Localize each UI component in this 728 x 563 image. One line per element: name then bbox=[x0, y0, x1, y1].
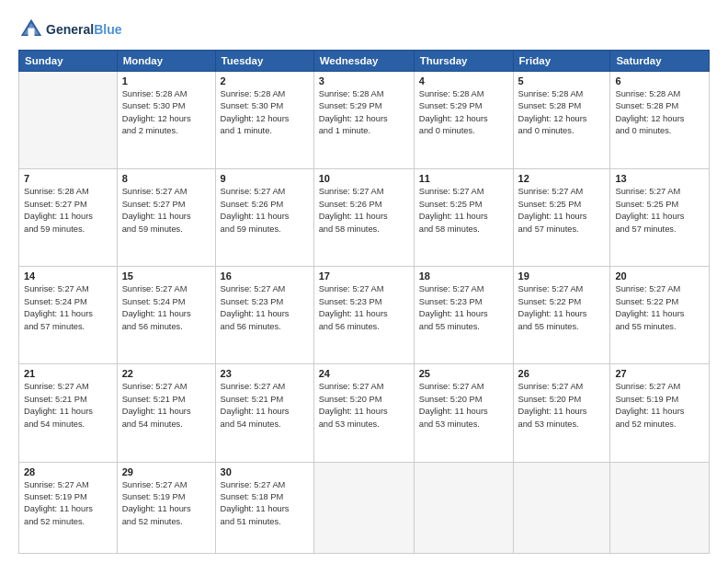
weekday-header-tuesday: Tuesday bbox=[215, 51, 313, 72]
weekday-header-row: SundayMondayTuesdayWednesdayThursdayFrid… bbox=[19, 51, 710, 72]
day-detail: Sunrise: 5:27 AM Sunset: 5:18 PM Dayligh… bbox=[221, 479, 309, 529]
weekday-header-monday: Monday bbox=[117, 51, 215, 72]
day-number: 13 bbox=[615, 173, 704, 184]
day-number: 21 bbox=[24, 368, 112, 379]
weekday-header-thursday: Thursday bbox=[414, 51, 513, 72]
day-detail: Sunrise: 5:27 AM Sunset: 5:24 PM Dayligh… bbox=[122, 283, 210, 333]
day-detail: Sunrise: 5:27 AM Sunset: 5:23 PM Dayligh… bbox=[221, 283, 309, 333]
day-number: 11 bbox=[419, 173, 508, 184]
day-detail: Sunrise: 5:27 AM Sunset: 5:19 PM Dayligh… bbox=[122, 479, 210, 529]
day-number: 10 bbox=[319, 173, 409, 184]
calendar-cell bbox=[610, 462, 710, 554]
calendar-cell: 20Sunrise: 5:27 AM Sunset: 5:22 PM Dayli… bbox=[610, 267, 710, 364]
day-number: 17 bbox=[319, 270, 409, 282]
day-detail: Sunrise: 5:27 AM Sunset: 5:19 PM Dayligh… bbox=[615, 381, 704, 431]
day-detail: Sunrise: 5:28 AM Sunset: 5:30 PM Dayligh… bbox=[122, 88, 210, 138]
calendar-week-row: 1Sunrise: 5:28 AM Sunset: 5:30 PM Daylig… bbox=[19, 72, 710, 169]
calendar-cell: 3Sunrise: 5:28 AM Sunset: 5:29 PM Daylig… bbox=[313, 72, 414, 169]
calendar-cell: 13Sunrise: 5:27 AM Sunset: 5:25 PM Dayli… bbox=[610, 169, 710, 267]
calendar-cell bbox=[414, 462, 513, 554]
calendar-cell: 11Sunrise: 5:27 AM Sunset: 5:25 PM Dayli… bbox=[414, 169, 513, 267]
day-number: 30 bbox=[221, 466, 309, 477]
day-number: 2 bbox=[221, 75, 309, 86]
day-number: 4 bbox=[419, 75, 508, 86]
day-detail: Sunrise: 5:28 AM Sunset: 5:28 PM Dayligh… bbox=[518, 88, 606, 138]
day-detail: Sunrise: 5:27 AM Sunset: 5:21 PM Dayligh… bbox=[24, 381, 112, 431]
day-detail: Sunrise: 5:27 AM Sunset: 5:25 PM Dayligh… bbox=[615, 186, 704, 236]
day-number: 14 bbox=[24, 270, 112, 282]
day-detail: Sunrise: 5:28 AM Sunset: 5:29 PM Dayligh… bbox=[319, 88, 409, 138]
logo-text: GeneralBlue bbox=[46, 22, 121, 37]
calendar-cell: 26Sunrise: 5:27 AM Sunset: 5:20 PM Dayli… bbox=[513, 364, 610, 462]
calendar-cell: 28Sunrise: 5:27 AM Sunset: 5:19 PM Dayli… bbox=[19, 462, 118, 554]
calendar-cell: 8Sunrise: 5:27 AM Sunset: 5:27 PM Daylig… bbox=[117, 169, 215, 267]
calendar-cell: 29Sunrise: 5:27 AM Sunset: 5:19 PM Dayli… bbox=[117, 462, 215, 554]
calendar-cell: 18Sunrise: 5:27 AM Sunset: 5:23 PM Dayli… bbox=[414, 267, 513, 364]
day-detail: Sunrise: 5:27 AM Sunset: 5:27 PM Dayligh… bbox=[122, 186, 210, 236]
calendar-cell bbox=[19, 72, 118, 169]
day-number: 7 bbox=[24, 173, 112, 184]
day-number: 20 bbox=[615, 270, 704, 282]
day-number: 16 bbox=[221, 270, 309, 282]
day-detail: Sunrise: 5:28 AM Sunset: 5:29 PM Dayligh… bbox=[419, 88, 508, 138]
day-detail: Sunrise: 5:27 AM Sunset: 5:22 PM Dayligh… bbox=[615, 283, 704, 333]
svg-rect-2 bbox=[28, 29, 35, 36]
calendar-cell bbox=[513, 462, 610, 554]
day-number: 8 bbox=[122, 173, 210, 184]
calendar-cell: 27Sunrise: 5:27 AM Sunset: 5:19 PM Dayli… bbox=[610, 364, 710, 462]
day-number: 19 bbox=[518, 270, 606, 282]
day-number: 22 bbox=[122, 368, 210, 379]
calendar-cell: 6Sunrise: 5:28 AM Sunset: 5:28 PM Daylig… bbox=[610, 72, 710, 169]
calendar-cell: 23Sunrise: 5:27 AM Sunset: 5:21 PM Dayli… bbox=[215, 364, 313, 462]
day-detail: Sunrise: 5:27 AM Sunset: 5:23 PM Dayligh… bbox=[419, 283, 508, 333]
day-number: 29 bbox=[122, 466, 210, 477]
calendar-cell: 9Sunrise: 5:27 AM Sunset: 5:26 PM Daylig… bbox=[215, 169, 313, 267]
calendar-week-row: 7Sunrise: 5:28 AM Sunset: 5:27 PM Daylig… bbox=[19, 169, 710, 267]
calendar-cell: 22Sunrise: 5:27 AM Sunset: 5:21 PM Dayli… bbox=[117, 364, 215, 462]
day-number: 15 bbox=[122, 270, 210, 282]
calendar-cell: 17Sunrise: 5:27 AM Sunset: 5:23 PM Dayli… bbox=[313, 267, 414, 364]
weekday-header-saturday: Saturday bbox=[610, 51, 710, 72]
day-detail: Sunrise: 5:27 AM Sunset: 5:23 PM Dayligh… bbox=[319, 283, 409, 333]
day-detail: Sunrise: 5:28 AM Sunset: 5:28 PM Dayligh… bbox=[615, 88, 704, 138]
day-detail: Sunrise: 5:27 AM Sunset: 5:22 PM Dayligh… bbox=[518, 283, 606, 333]
calendar-cell: 14Sunrise: 5:27 AM Sunset: 5:24 PM Dayli… bbox=[19, 267, 118, 364]
weekday-header-friday: Friday bbox=[513, 51, 610, 72]
calendar-cell: 12Sunrise: 5:27 AM Sunset: 5:25 PM Dayli… bbox=[513, 169, 610, 267]
calendar-table: SundayMondayTuesdayWednesdayThursdayFrid… bbox=[18, 50, 710, 554]
day-number: 3 bbox=[319, 75, 409, 86]
calendar-cell: 16Sunrise: 5:27 AM Sunset: 5:23 PM Dayli… bbox=[215, 267, 313, 364]
day-detail: Sunrise: 5:27 AM Sunset: 5:24 PM Dayligh… bbox=[24, 283, 112, 333]
calendar-cell: 1Sunrise: 5:28 AM Sunset: 5:30 PM Daylig… bbox=[117, 72, 215, 169]
day-number: 27 bbox=[615, 368, 704, 379]
header: GeneralBlue bbox=[18, 17, 710, 42]
logo: GeneralBlue bbox=[18, 17, 121, 42]
day-detail: Sunrise: 5:27 AM Sunset: 5:26 PM Dayligh… bbox=[221, 186, 309, 236]
calendar-cell: 24Sunrise: 5:27 AM Sunset: 5:20 PM Dayli… bbox=[313, 364, 414, 462]
calendar-week-row: 14Sunrise: 5:27 AM Sunset: 5:24 PM Dayli… bbox=[19, 267, 710, 364]
calendar-cell bbox=[313, 462, 414, 554]
day-number: 18 bbox=[419, 270, 508, 282]
calendar-cell: 2Sunrise: 5:28 AM Sunset: 5:30 PM Daylig… bbox=[215, 72, 313, 169]
day-detail: Sunrise: 5:27 AM Sunset: 5:26 PM Dayligh… bbox=[319, 186, 409, 236]
day-number: 26 bbox=[518, 368, 606, 379]
day-detail: Sunrise: 5:27 AM Sunset: 5:21 PM Dayligh… bbox=[221, 381, 309, 431]
day-detail: Sunrise: 5:27 AM Sunset: 5:19 PM Dayligh… bbox=[24, 479, 112, 529]
calendar-cell: 21Sunrise: 5:27 AM Sunset: 5:21 PM Dayli… bbox=[19, 364, 118, 462]
day-number: 23 bbox=[221, 368, 309, 379]
calendar-week-row: 28Sunrise: 5:27 AM Sunset: 5:19 PM Dayli… bbox=[19, 462, 710, 554]
day-detail: Sunrise: 5:27 AM Sunset: 5:20 PM Dayligh… bbox=[419, 381, 508, 431]
day-number: 25 bbox=[419, 368, 508, 379]
calendar-cell: 7Sunrise: 5:28 AM Sunset: 5:27 PM Daylig… bbox=[19, 169, 118, 267]
day-number: 5 bbox=[518, 75, 606, 86]
calendar-cell: 30Sunrise: 5:27 AM Sunset: 5:18 PM Dayli… bbox=[215, 462, 313, 554]
day-detail: Sunrise: 5:28 AM Sunset: 5:30 PM Dayligh… bbox=[221, 88, 309, 138]
calendar-cell: 4Sunrise: 5:28 AM Sunset: 5:29 PM Daylig… bbox=[414, 72, 513, 169]
calendar-page: GeneralBlue SundayMondayTuesdayWednesday… bbox=[0, 0, 728, 563]
day-detail: Sunrise: 5:28 AM Sunset: 5:27 PM Dayligh… bbox=[24, 186, 112, 236]
calendar-cell: 10Sunrise: 5:27 AM Sunset: 5:26 PM Dayli… bbox=[313, 169, 414, 267]
calendar-cell: 25Sunrise: 5:27 AM Sunset: 5:20 PM Dayli… bbox=[414, 364, 513, 462]
day-detail: Sunrise: 5:27 AM Sunset: 5:21 PM Dayligh… bbox=[122, 381, 210, 431]
day-detail: Sunrise: 5:27 AM Sunset: 5:25 PM Dayligh… bbox=[518, 186, 606, 236]
day-detail: Sunrise: 5:27 AM Sunset: 5:20 PM Dayligh… bbox=[319, 381, 409, 431]
